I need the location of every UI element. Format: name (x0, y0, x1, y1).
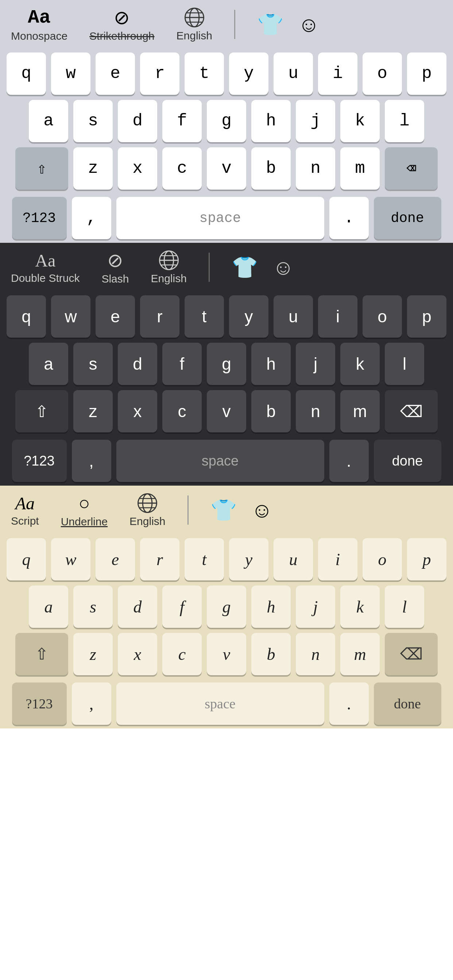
space-key[interactable]: space (116, 197, 324, 239)
kb1-format-btn[interactable]: ⊘ Strikethrough (89, 6, 154, 42)
key-w[interactable]: w (51, 538, 91, 581)
kb3-lang-btn[interactable]: English (129, 493, 165, 528)
key-s[interactable]: s (73, 343, 113, 385)
key-e[interactable]: e (96, 295, 135, 337)
kb3-format-btn[interactable]: ○ Underline (61, 492, 108, 528)
key-o[interactable]: o (362, 538, 402, 581)
done-key[interactable]: done (374, 440, 441, 482)
key-o[interactable]: o (362, 52, 402, 95)
key-n[interactable]: n (296, 633, 335, 675)
shift-key[interactable]: ⇧ (15, 147, 68, 189)
key-a[interactable]: a (29, 585, 68, 628)
backspace-key[interactable]: ⌫ (385, 147, 438, 189)
shift-key[interactable]: ⇧ (15, 633, 68, 675)
num-key[interactable]: ?123 (12, 197, 67, 239)
comma-key[interactable]: , (72, 440, 111, 482)
key-i[interactable]: i (318, 538, 357, 581)
key-t[interactable]: t (185, 52, 224, 95)
key-v[interactable]: v (207, 633, 246, 675)
key-m[interactable]: m (340, 390, 380, 433)
key-v[interactable]: v (207, 390, 246, 433)
key-u[interactable]: u (274, 538, 313, 581)
key-c[interactable]: c (162, 633, 202, 675)
kb2-lang-btn[interactable]: English (151, 250, 187, 285)
key-z[interactable]: z (73, 147, 113, 189)
key-s[interactable]: s (73, 100, 113, 142)
key-o[interactable]: o (362, 295, 402, 337)
kb1-style-btn[interactable]: Aa Monospace (11, 7, 67, 42)
comma-key[interactable]: , (72, 682, 111, 725)
key-m[interactable]: m (340, 633, 380, 675)
period-key[interactable]: . (329, 682, 369, 725)
key-t[interactable]: t (185, 538, 224, 581)
key-a[interactable]: a (29, 343, 68, 385)
shift-key[interactable]: ⇧ (15, 390, 68, 433)
kb2-emoji-btn[interactable]: ☺ (273, 255, 294, 280)
key-a[interactable]: a (29, 100, 68, 142)
space-key[interactable]: space (116, 682, 324, 725)
key-y[interactable]: y (229, 52, 268, 95)
key-u[interactable]: u (274, 295, 313, 337)
period-key[interactable]: . (329, 440, 369, 482)
key-j[interactable]: j (296, 343, 335, 385)
key-r[interactable]: r (140, 295, 179, 337)
key-x[interactable]: x (118, 147, 157, 189)
key-e[interactable]: e (96, 52, 135, 95)
key-z[interactable]: z (73, 390, 113, 433)
key-c[interactable]: c (162, 390, 202, 433)
key-r[interactable]: r (140, 538, 179, 581)
kb2-shirt-btn[interactable]: 👕 (231, 255, 258, 280)
key-d[interactable]: d (118, 585, 157, 628)
key-n[interactable]: n (296, 147, 335, 189)
key-q[interactable]: q (6, 52, 46, 95)
key-y[interactable]: y (229, 538, 268, 581)
key-n[interactable]: n (296, 390, 335, 433)
done-key[interactable]: done (374, 197, 441, 239)
done-key[interactable]: done (374, 682, 441, 725)
key-c[interactable]: c (162, 147, 202, 189)
key-h[interactable]: h (251, 585, 291, 628)
key-k[interactable]: k (340, 343, 380, 385)
kb1-shirt-btn[interactable]: 👕 (257, 12, 283, 37)
backspace-key[interactable]: ⌫ (385, 390, 438, 433)
kb2-format-btn[interactable]: ⊘ Slash (101, 250, 129, 285)
key-l[interactable]: l (385, 343, 424, 385)
key-u[interactable]: u (274, 52, 313, 95)
num-key[interactable]: ?123 (12, 682, 67, 725)
key-w[interactable]: w (51, 52, 91, 95)
key-d[interactable]: d (118, 343, 157, 385)
kb1-emoji-btn[interactable]: ☺ (298, 12, 319, 37)
key-e[interactable]: e (96, 538, 135, 581)
key-g[interactable]: g (207, 100, 246, 142)
key-j[interactable]: j (296, 100, 335, 142)
key-j[interactable]: j (296, 585, 335, 628)
key-f[interactable]: f (162, 585, 202, 628)
key-y[interactable]: y (229, 295, 268, 337)
key-l[interactable]: l (385, 585, 424, 628)
key-g[interactable]: g (207, 585, 246, 628)
key-q[interactable]: q (6, 295, 46, 337)
key-p[interactable]: p (407, 295, 447, 337)
key-p[interactable]: p (407, 52, 447, 95)
key-d[interactable]: d (118, 100, 157, 142)
backspace-key[interactable]: ⌫ (385, 633, 438, 675)
kb3-emoji-btn[interactable]: ☺ (251, 498, 273, 522)
key-q[interactable]: q (6, 538, 46, 581)
key-v[interactable]: v (207, 147, 246, 189)
comma-key[interactable]: , (72, 197, 111, 239)
key-b[interactable]: b (251, 390, 291, 433)
key-g[interactable]: g (207, 343, 246, 385)
key-k[interactable]: k (340, 100, 380, 142)
key-w[interactable]: w (51, 295, 91, 337)
key-h[interactable]: h (251, 100, 291, 142)
key-x[interactable]: x (118, 390, 157, 433)
key-m[interactable]: m (340, 147, 380, 189)
key-f[interactable]: f (162, 343, 202, 385)
key-i[interactable]: i (318, 52, 357, 95)
key-l[interactable]: l (385, 100, 424, 142)
kb1-lang-btn[interactable]: English (177, 7, 212, 42)
kb3-shirt-btn[interactable]: 👕 (211, 498, 237, 522)
key-b[interactable]: b (251, 147, 291, 189)
num-key[interactable]: ?123 (12, 440, 67, 482)
kb2-style-btn[interactable]: Aa Double Struck (11, 250, 80, 285)
